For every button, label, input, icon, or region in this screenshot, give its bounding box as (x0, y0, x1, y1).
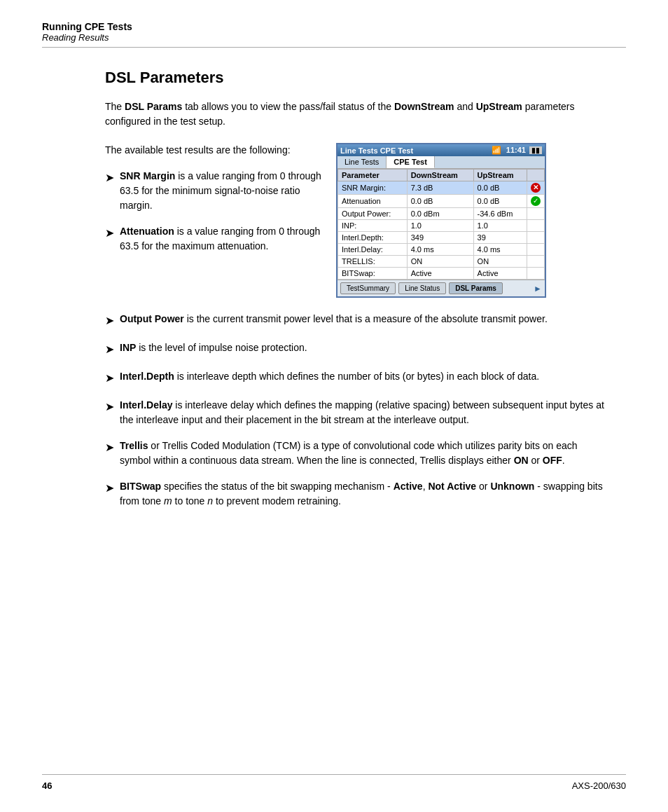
table-row: INP: 1.0 1.0 (338, 220, 545, 232)
bullet-arrow-trellis: ➤ (105, 439, 114, 456)
cell-upstream: 1.0 (473, 220, 527, 232)
bullet-text-bitswap: BITSwap specifies the status of the bit … (120, 479, 605, 509)
left-content: The available test results are the follo… (105, 143, 322, 298)
cell-param: TRELLIS: (338, 256, 408, 268)
footer-btn-dslparams[interactable]: DSL Params (449, 282, 503, 294)
table-row: Output Power: 0.0 dBm -34.6 dBm (338, 208, 545, 220)
bullet-arrow-interl-delay: ➤ (105, 399, 114, 415)
screenshot-titlebar: Line Tests CPE Test 📶 11:41 ▮▮ (338, 144, 545, 156)
cell-downstream: 1.0 (407, 220, 473, 232)
cell-status: ✓ (527, 195, 545, 208)
col-header-parameter: Parameter (338, 170, 408, 181)
cell-param: Attenuation (338, 195, 408, 208)
screenshot-panel: Line Tests CPE Test 📶 11:41 ▮▮ Line Test… (336, 143, 546, 298)
bullet-item-inp: ➤ INP is the level of impulse noise prot… (105, 340, 605, 358)
bullet-list-top: ➤ SNR Margin is a value ranging from 0 t… (105, 169, 322, 254)
bullet-arrow-snr: ➤ (105, 170, 114, 186)
bullet-item-trellis: ➤ Trellis or Trellis Coded Modulation (T… (105, 439, 605, 468)
full-width-bullets: ➤ Output Power is the current transmit p… (105, 312, 605, 509)
cell-upstream: Active (473, 268, 527, 280)
cell-downstream: 349 (407, 232, 473, 244)
cell-upstream: -34.6 dBm (473, 208, 527, 220)
col-header-upstream: UpStream (473, 170, 527, 181)
intro-bold-dslparams: DSL Params (125, 101, 182, 112)
header-title: Running CPE Tests (42, 21, 626, 32)
bitswap-active-bold: Active (394, 481, 423, 492)
footer-btn-testsummary[interactable]: TestSummary (340, 282, 396, 294)
bitswap-unknown-bold: Unknown (490, 481, 534, 492)
cell-downstream: 4.0 ms (407, 244, 473, 256)
screenshot-table: Parameter DownStream UpStream SNR Margin… (338, 169, 545, 280)
output-power-bold: Output Power (120, 313, 184, 324)
footer-btn-linestatus[interactable]: Line Status (398, 282, 446, 294)
cell-upstream: 0.0 dB (473, 195, 527, 208)
header-subtitle: Reading Results (42, 32, 626, 43)
cell-upstream: ON (473, 256, 527, 268)
doc-reference: AXS-200/630 (572, 780, 626, 791)
cell-downstream: 7.3 dB (407, 181, 473, 195)
cell-status (527, 256, 545, 268)
tab-line-tests[interactable]: Line Tests (338, 156, 387, 168)
header-section: Running CPE Tests Reading Results (42, 21, 626, 48)
bitswap-tone-m: m (164, 495, 172, 507)
cell-downstream: 0.0 dBm (407, 208, 473, 220)
bullet-list-full: ➤ Output Power is the current transmit p… (105, 312, 605, 509)
interl-depth-bold: Interl.Depth (120, 371, 174, 382)
cell-status (527, 220, 545, 232)
bullet-arrow-inp: ➤ (105, 341, 114, 358)
bullet-text-attenuation: Attenuation is a value ranging from 0 th… (120, 224, 322, 254)
page-container: Running CPE Tests Reading Results DSL Pa… (0, 0, 668, 812)
bullet-text-interl-delay: Interl.Delay is interleave delay which d… (120, 398, 605, 427)
trellis-bold: Trellis (120, 440, 148, 451)
screenshot-footer: TestSummary Line Status DSL Params ► (338, 280, 545, 296)
bullet-text-output-power: Output Power is the current transmit pow… (120, 312, 548, 326)
battery-icon: ▮▮ (529, 146, 542, 154)
header-divider (42, 47, 626, 48)
inp-bold: INP (120, 342, 136, 353)
bullet-item-interl-depth: ➤ Interl.Depth is interleave depth which… (105, 369, 605, 387)
table-row: Interl.Depth: 349 39 (338, 232, 545, 244)
bitswap-bold: BITSwap (120, 481, 161, 492)
cell-param: Output Power: (338, 208, 408, 220)
intro-bold-upstream: UpStream (476, 101, 522, 112)
cell-param: BITSwap: (338, 268, 408, 280)
cell-upstream: 39 (473, 232, 527, 244)
attenuation-bold: Attenuation (120, 226, 174, 237)
bullet-text-interl-depth: Interl.Depth is interleave depth which d… (120, 369, 539, 384)
page-title: DSL Parameters (105, 69, 626, 87)
bullet-item-interl-delay: ➤ Interl.Delay is interleave delay which… (105, 398, 605, 427)
table-row: Interl.Delay: 4.0 ms 4.0 ms (338, 244, 545, 256)
cell-param: INP: (338, 220, 408, 232)
trellis-off-bold: OFF (543, 455, 562, 466)
trellis-on-bold: ON (514, 455, 529, 466)
cell-status: ✕ (527, 181, 545, 195)
bullet-arrow-output-power: ➤ (105, 312, 114, 329)
cell-upstream: 4.0 ms (473, 244, 527, 256)
intro-paragraph: The DSL Params tab allows you to view th… (105, 99, 605, 129)
tab-cpe-test[interactable]: CPE Test (387, 156, 434, 168)
cell-status (527, 268, 545, 280)
cell-downstream: ON (407, 256, 473, 268)
bullet-arrow-interl-depth: ➤ (105, 370, 114, 387)
cell-status (527, 232, 545, 244)
cell-downstream: 0.0 dB (407, 195, 473, 208)
page-footer: 46 AXS-200/630 (42, 774, 626, 791)
bullet-text-snr: SNR Margin is a value ranging from 0 thr… (120, 169, 322, 213)
screenshot-tabs[interactable]: Line Tests CPE Test (338, 156, 545, 169)
screenshot-title: Line Tests CPE Test (340, 146, 413, 155)
snr-bold: SNR Margin (120, 170, 175, 181)
cell-status (527, 244, 545, 256)
cell-param: SNR Margin: (338, 181, 408, 195)
bullet-arrow-attenuation: ➤ (105, 225, 114, 242)
col-header-downstream: DownStream (407, 170, 473, 181)
table-row: Attenuation 0.0 dB 0.0 dB ✓ (338, 195, 545, 208)
available-text: The available test results are the follo… (105, 143, 322, 158)
table-row: SNR Margin: 7.3 dB 0.0 dB ✕ (338, 181, 545, 195)
bitswap-tone-n: n (207, 495, 213, 507)
cell-param: Interl.Depth: (338, 232, 408, 244)
bullet-text-inp: INP is the level of impulse noise protec… (120, 340, 307, 355)
fail-icon: ✕ (531, 183, 541, 193)
intro-bold-downstream: DownStream (394, 101, 454, 112)
forward-arrow-icon[interactable]: ► (534, 284, 542, 294)
page-number: 46 (42, 780, 52, 791)
